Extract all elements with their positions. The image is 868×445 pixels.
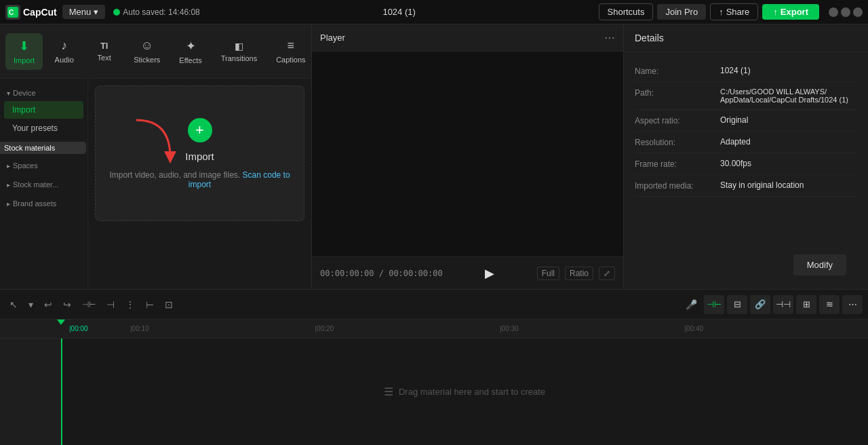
sidebar-section-brand-assets: ▸ Brand assets: [0, 195, 87, 212]
sidebar-section-header-spaces[interactable]: ▸ Spaces: [0, 158, 87, 173]
device-label: Device: [13, 89, 36, 97]
timeline-tracks: ☰ Drag material here and start to create: [0, 338, 868, 445]
import-card: + Import Import video, audio, and image …: [95, 85, 304, 221]
toolbar-item-stickers[interactable]: ☺ Stickers: [125, 33, 168, 70]
toolbar-item-import[interactable]: ⬇ Import: [5, 33, 43, 70]
player-time-total: 00:00:00:00: [389, 269, 442, 278]
chevron-right-icon-3: ▸: [7, 200, 10, 208]
logo-icon: C: [5, 5, 20, 20]
stock-materials-tooltip: Stock materials: [0, 142, 86, 154]
drag-hint-text: Drag material here and start to create: [399, 387, 545, 397]
autosave-dot: [113, 9, 120, 16]
detail-value-resolution: Adapted: [720, 137, 857, 147]
text-label: Text: [98, 54, 111, 62]
stickers-label: Stickers: [134, 56, 160, 64]
detail-label-framerate: Frame rate:: [635, 159, 709, 169]
import-circle-button[interactable]: +: [188, 118, 212, 142]
player-controls: 00:00:00:00 / 00:00:00:00 ▶ Full Ratio ⤢: [312, 256, 623, 289]
detail-label-resolution: Resolution:: [635, 137, 709, 147]
modify-button[interactable]: Modify: [793, 254, 846, 275]
drag-hint: ☰ Drag material here and start to create: [384, 385, 545, 398]
timeline-audio-wave-button[interactable]: ≋: [819, 295, 840, 314]
timeline-link-button[interactable]: 🔗: [750, 295, 770, 314]
import-card-description: Import video, audio, and image files. Sc…: [109, 170, 290, 189]
stock-materials-label: Stock mater...: [13, 180, 58, 189]
sidebar-section-stock-materials: ▸ Stock mater...: [0, 176, 87, 193]
track-content: ☰ Drag material here and start to create: [61, 338, 868, 445]
sidebar-section-spaces: ▸ Spaces: [0, 157, 87, 174]
toolbar-items: ⬇ Import ♪ Audio TI Text ☺ Stickers ✦: [5, 33, 314, 70]
player-menu-button[interactable]: ⋯: [604, 31, 615, 44]
toolbar-item-transitions[interactable]: ◧ Transitions: [213, 33, 265, 70]
timeline-snap-button[interactable]: ⊣⊢: [704, 295, 724, 314]
joinpro-button[interactable]: Join Pro: [657, 4, 706, 20]
align-right-button[interactable]: ⊢: [142, 296, 158, 313]
timeline-grid-button[interactable]: ⊞: [796, 295, 816, 314]
effects-label: Effects: [179, 56, 201, 64]
align-left-button[interactable]: ⊣: [102, 296, 119, 313]
undo-button[interactable]: ↩: [40, 296, 56, 313]
sidebar-section-header-stock-materials[interactable]: ▸ Stock mater...: [0, 177, 87, 192]
player-right-controls: Full Ratio ⤢: [537, 267, 615, 280]
select-tool-button[interactable]: ↖: [5, 296, 22, 313]
player-ratio-button[interactable]: Ratio: [565, 267, 593, 280]
sidebar-item-your-presets[interactable]: Your presets: [4, 119, 83, 137]
timeline-magnet-button[interactable]: ⊣⊣: [773, 295, 793, 314]
player-header: Player ⋯: [312, 24, 623, 52]
toolbar-item-captions[interactable]: ≡ Captions: [268, 33, 313, 70]
import-label: Import: [14, 56, 35, 64]
detail-row-imported-media: Imported media: Stay in original locatio…: [635, 175, 857, 197]
detail-row-name: Name: 1024 (1): [635, 60, 857, 82]
menu-button[interactable]: Menu ▾: [62, 5, 106, 19]
center-panel: Player ⋯ 00:00:00:00 / 00:00:00:00 ▶ Ful…: [312, 24, 624, 289]
player-time-separator: /: [379, 269, 389, 278]
arrow-indicator: [130, 113, 184, 168]
sidebar-item-import[interactable]: Import: [4, 101, 83, 119]
delete-button[interactable]: ⊡: [161, 296, 177, 313]
ruler-mark-00: |00:00: [68, 325, 129, 332]
mic-button[interactable]: 🎤: [682, 296, 701, 313]
share-button[interactable]: ↑ Share: [710, 3, 758, 20]
ruler-mark-10: |00:10: [129, 325, 314, 332]
spaces-label: Spaces: [13, 161, 38, 170]
shortcuts-button[interactable]: Shortcuts: [599, 3, 654, 20]
redo-button[interactable]: ↪: [59, 296, 75, 313]
select-dropdown-button[interactable]: ▾: [24, 296, 37, 313]
right-panel: Details Name: 1024 (1) Path: C:/Users/GO…: [624, 24, 868, 289]
player-full-button[interactable]: Full: [537, 267, 559, 280]
toolbar-item-effects[interactable]: ✦ Effects: [171, 33, 210, 70]
player-play-button[interactable]: ▶: [485, 266, 494, 281]
player-time-current: 00:00:00:00: [320, 269, 374, 278]
timeline-snap2-button[interactable]: ⊟: [727, 295, 747, 314]
detail-label-aspect: Aspect ratio:: [635, 115, 709, 125]
timeline-more-button[interactable]: ⋯: [842, 295, 863, 314]
toolbar-item-text[interactable]: TI Text: [85, 33, 123, 70]
minimize-button[interactable]: [829, 7, 838, 17]
transitions-label: Transitions: [221, 54, 257, 62]
close-button[interactable]: [853, 7, 863, 17]
details-footer: Modify: [624, 241, 868, 289]
timeline-right-controls: ⊣⊢ ⊟ 🔗 ⊣⊣ ⊞ ≋ ⋯: [704, 295, 863, 314]
split-button[interactable]: ⊣⊢: [78, 297, 100, 312]
sidebar-section-device: ▾ Device Import Your presets: [0, 84, 87, 139]
export-icon: ↑: [773, 7, 778, 17]
captions-label: Captions: [276, 56, 305, 64]
detail-value-name: 1024 (1): [720, 66, 857, 75]
toolbar-item-audio[interactable]: ♪ Audio: [45, 33, 83, 70]
detail-value-framerate: 30.00fps: [720, 159, 857, 168]
timeline: ↖ ▾ ↩ ↪ ⊣⊢ ⊣ ⋮ ⊢ ⊡ 🎤 ⊣⊢ ⊟ 🔗 ⊣⊣ ⊞ ≋ ⋯ |00…: [0, 289, 868, 445]
sidebar-section-stock-materials-tooltip: Stock materials: [0, 140, 87, 155]
sidebar-section-header-device[interactable]: ▾ Device: [0, 85, 87, 100]
detail-row-framerate: Frame rate: 30.00fps: [635, 153, 857, 175]
detail-label-path: Path:: [635, 88, 709, 98]
maximize-button[interactable]: [841, 7, 850, 17]
titlebar: C CapCut Menu ▾ Auto saved: 14:46:08 102…: [0, 0, 868, 24]
chevron-right-icon-2: ▸: [7, 181, 10, 189]
sidebar-section-header-brand-assets[interactable]: ▸ Brand assets: [0, 196, 87, 211]
logo-text: CapCut: [23, 7, 57, 18]
export-button[interactable]: ↑ Export: [762, 4, 819, 20]
align-center-button[interactable]: ⋮: [121, 296, 139, 313]
detail-row-path: Path: C:/Users/GOOD WILL ALWAYS/AppData/…: [635, 82, 857, 110]
left-panel: ⬇ Import ♪ Audio TI Text ☺ Stickers ✦: [0, 24, 312, 289]
player-expand-button[interactable]: ⤢: [599, 267, 615, 280]
